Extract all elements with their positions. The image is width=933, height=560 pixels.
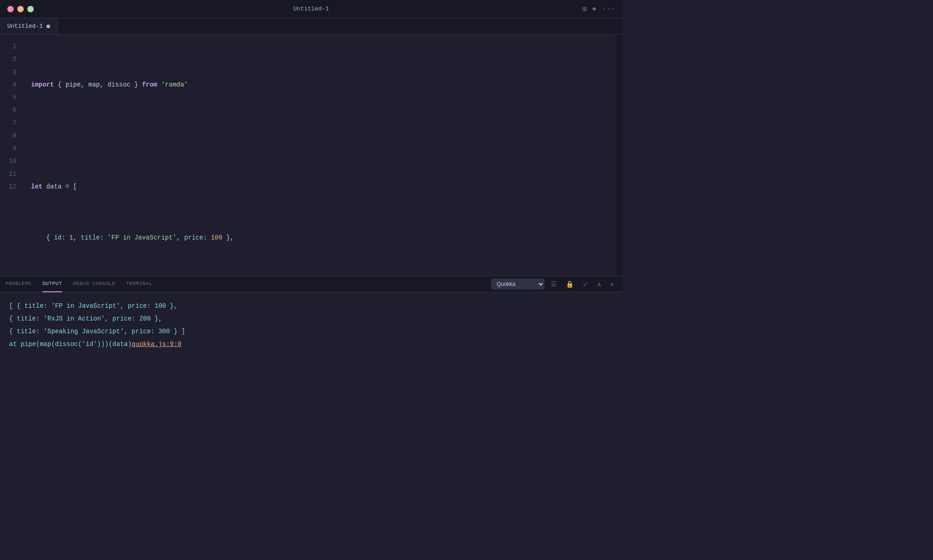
title-bar: Untitled-1 ⊞ ● ··· bbox=[0, 0, 622, 18]
circle-icon: ● bbox=[592, 5, 597, 13]
list-icon[interactable]: ☰ bbox=[548, 280, 559, 289]
output-line-1: [ { title: 'FP in JavaScript', price: 10… bbox=[9, 300, 613, 312]
output-line-2: { title: 'RxJS in Action', price: 200 }, bbox=[9, 312, 613, 325]
token: : bbox=[203, 231, 211, 244]
code-line-4: { id : 1 , title : 'FP in JavaScript' , … bbox=[27, 231, 616, 244]
code-line-2 bbox=[27, 129, 616, 142]
token-import: import bbox=[31, 78, 54, 91]
editor-area: 1 2 3 4 5 6 7 8 9 10 bbox=[0, 35, 622, 276]
token-prop: price bbox=[184, 231, 203, 244]
token-prop: title bbox=[81, 231, 100, 244]
token-num: 1 bbox=[69, 231, 73, 244]
tab-label: Untitled-1 bbox=[7, 23, 43, 30]
output-line-4: at pipe(map(dissoc('id')))(data) quokka.… bbox=[9, 338, 613, 351]
line-number-9: 9 bbox=[0, 142, 20, 155]
title-actions: ⊞ ● ··· bbox=[582, 5, 615, 14]
minimize-button[interactable] bbox=[17, 6, 24, 12]
lock-icon[interactable]: 🔒 bbox=[563, 280, 576, 289]
output-line-3: { title: 'Speaking JavaScript', price: 3… bbox=[9, 325, 613, 338]
line-number-12: 12 bbox=[0, 180, 20, 193]
token-string: 'FP in JavaScript' bbox=[108, 231, 176, 244]
token bbox=[157, 78, 161, 91]
line-number-1: 1 bbox=[0, 40, 20, 53]
output-area: [ { title: 'FP in JavaScript', price: 10… bbox=[0, 292, 622, 395]
line-number-11: 11 bbox=[0, 168, 20, 180]
code-line-1: import { pipe, map, dissoc } from 'ramda… bbox=[27, 78, 616, 91]
chevron-up-icon[interactable]: ∧ bbox=[595, 280, 604, 289]
line-number-8: 8 bbox=[0, 129, 20, 142]
line-number-10: 10 bbox=[0, 155, 20, 168]
token-num: 100 bbox=[211, 231, 222, 244]
split-editor-icon[interactable]: ⊞ bbox=[582, 5, 587, 14]
line-number-3: 3 bbox=[0, 66, 20, 78]
code-editor[interactable]: import { pipe, map, dissoc } from 'ramda… bbox=[27, 35, 616, 276]
window-title: Untitled-1 bbox=[293, 5, 329, 12]
token: { bbox=[31, 231, 54, 244]
token: , bbox=[176, 231, 184, 244]
token: : bbox=[62, 231, 69, 244]
panel-tab-bar: PROBLEMS OUTPUT DEBUG CONSOLE TERMINAL Q… bbox=[0, 276, 622, 292]
token: , bbox=[73, 231, 81, 244]
tab-debug-console[interactable]: DEBUG CONSOLE bbox=[73, 276, 115, 292]
token: }, bbox=[222, 231, 234, 244]
line-number-7: 7 bbox=[0, 117, 20, 129]
token-string: 'ramda' bbox=[161, 78, 188, 91]
editor-tab[interactable]: Untitled-1 bbox=[0, 18, 58, 34]
line-number-2: 2 bbox=[0, 53, 20, 66]
maximize-button[interactable] bbox=[27, 6, 34, 12]
line-numbers: 1 2 3 4 5 6 7 8 9 10 bbox=[0, 35, 27, 276]
token: data = [ bbox=[42, 180, 77, 193]
tab-problems[interactable]: PROBLEMS bbox=[5, 276, 31, 292]
token-from: from bbox=[142, 78, 158, 91]
open-editor-icon[interactable]: ⤢ bbox=[580, 280, 591, 289]
token-let: let bbox=[31, 180, 42, 193]
line-number-6: 6 bbox=[0, 104, 20, 117]
tab-terminal[interactable]: TERMINAL bbox=[126, 276, 152, 292]
output-source-select[interactable]: Quokka Git Extension Host bbox=[491, 279, 544, 290]
token-prop: id bbox=[54, 231, 62, 244]
close-panel-icon[interactable]: ✕ bbox=[608, 280, 617, 289]
tab-bar: Untitled-1 bbox=[0, 18, 622, 35]
traffic-lights bbox=[7, 6, 34, 12]
unsaved-indicator bbox=[46, 25, 50, 28]
token: { pipe, map, dissoc } bbox=[54, 78, 142, 91]
editor-scrollbar[interactable] bbox=[616, 35, 622, 276]
more-actions-icon[interactable]: ··· bbox=[602, 5, 615, 13]
line-number-5: 5 bbox=[0, 91, 20, 104]
panel-actions: Quokka Git Extension Host ☰ 🔒 ⤢ ∧ ✕ bbox=[491, 279, 617, 290]
line-number-4: 4 bbox=[0, 78, 20, 91]
token: : bbox=[100, 231, 108, 244]
code-line-3: let data = [ bbox=[27, 180, 616, 193]
close-button[interactable] bbox=[7, 6, 14, 12]
tab-output[interactable]: OUTPUT bbox=[42, 276, 62, 292]
panel-bottom: PROBLEMS OUTPUT DEBUG CONSOLE TERMINAL Q… bbox=[0, 276, 622, 395]
output-link[interactable]: quokka.js:9:0 bbox=[132, 338, 181, 351]
